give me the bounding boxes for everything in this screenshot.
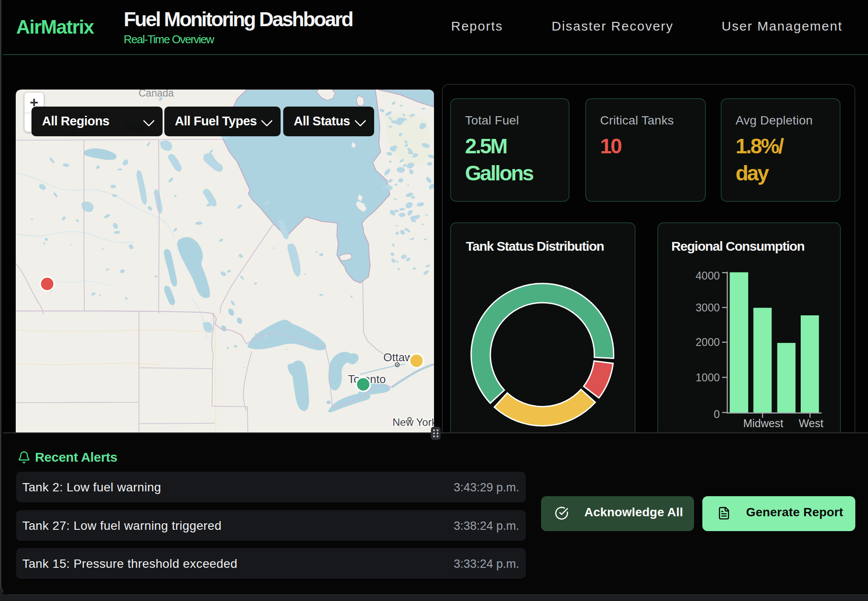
svg-text:New York: New York <box>392 416 434 428</box>
svg-text:Midwest: Midwest <box>743 417 783 429</box>
svg-text:West: West <box>799 417 823 429</box>
svg-text:4000: 4000 <box>695 269 720 282</box>
svg-text:Canada: Canada <box>139 90 174 99</box>
svg-text:2000: 2000 <box>695 336 720 348</box>
svg-text:1000: 1000 <box>695 371 720 383</box>
svg-text:3000: 3000 <box>695 301 720 314</box>
svg-text:0: 0 <box>714 408 720 420</box>
